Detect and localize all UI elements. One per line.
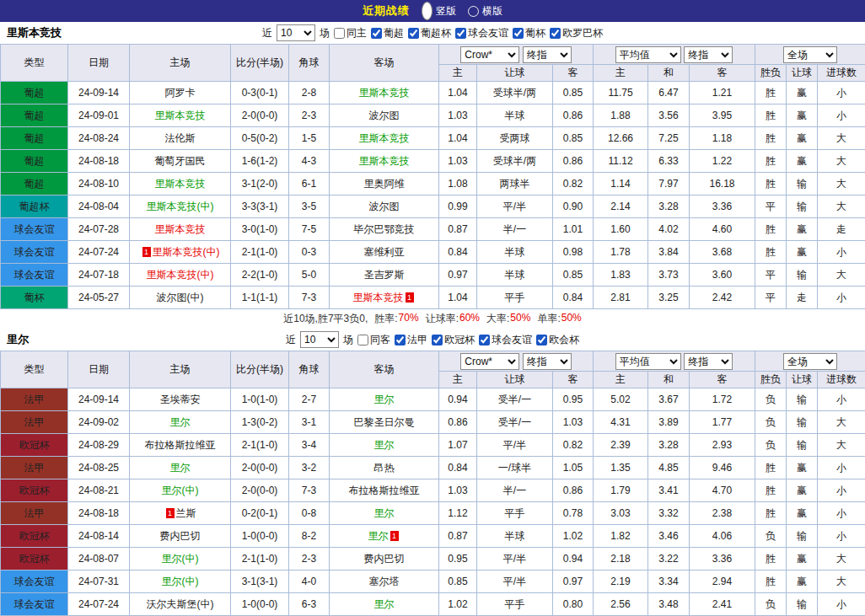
team-name[interactable]: 里尔 bbox=[374, 598, 395, 610]
recent-count-select[interactable]: 10 bbox=[300, 331, 339, 348]
home-team-cell: 里尔 bbox=[130, 457, 231, 479]
league-badge: 葡超 bbox=[1, 104, 68, 127]
filter-same-venue[interactable]: 同主 bbox=[334, 26, 367, 40]
team-name[interactable]: 费内巴切 bbox=[160, 530, 201, 542]
filter-checkbox-league-3[interactable] bbox=[455, 28, 466, 39]
team-name[interactable]: 塞尔塔 bbox=[369, 576, 400, 587]
team-name[interactable]: 里斯本竞技(中) bbox=[147, 269, 214, 281]
euro-draw-odds: 6.47 bbox=[648, 82, 690, 104]
summary-stat: 胜率:70% bbox=[374, 312, 418, 326]
layout-radio-vertical[interactable]: 竖版 bbox=[422, 2, 456, 20]
filter-league-1[interactable]: 法甲 bbox=[395, 333, 427, 347]
scope-select[interactable]: 全场 bbox=[783, 353, 837, 370]
team-name[interactable]: 塞维利亚 bbox=[364, 246, 405, 258]
recent-count-select[interactable]: 10 bbox=[277, 24, 315, 41]
team-name[interactable]: 里尔 bbox=[374, 439, 395, 451]
layout-radio-horizontal[interactable]: 横版 bbox=[468, 4, 502, 19]
euro-draw-odds: 3.48 bbox=[648, 593, 690, 616]
filter-checkbox-league-3[interactable] bbox=[479, 335, 490, 345]
filter-league-5[interactable]: 欧罗巴杯 bbox=[550, 26, 603, 40]
col-header-home: 主场 bbox=[130, 45, 231, 82]
asia-home-odds: 1.04 bbox=[439, 82, 477, 104]
team-name[interactable]: 沃尔夫斯堡(中) bbox=[147, 598, 214, 610]
home-team-cell: 里尔(中) bbox=[130, 479, 231, 502]
filter-league-4[interactable]: 葡杯 bbox=[513, 26, 545, 40]
team-name[interactable]: 布拉格斯拉维亚 bbox=[349, 485, 420, 496]
filter-checkbox-league-2[interactable] bbox=[432, 335, 443, 345]
team-name[interactable]: 里奥阿维 bbox=[364, 178, 405, 190]
team-name[interactable]: 波尔图(中) bbox=[157, 292, 204, 303]
team-name[interactable]: 里斯本竞技 bbox=[359, 155, 410, 167]
asia-home-odds: 1.03 bbox=[439, 104, 477, 127]
match-row: 球会友谊24-07-241里斯本竞技(中)2-1(1-0)0-3塞维利亚0.84… bbox=[1, 241, 865, 264]
team-name[interactable]: 里尔 bbox=[170, 416, 191, 428]
filter-checkbox-same-venue[interactable] bbox=[334, 28, 345, 39]
euro-home-odds: 1.88 bbox=[594, 104, 648, 127]
filter-checkbox-same-venue[interactable] bbox=[357, 335, 368, 345]
match-score: 1-3(0-2) bbox=[231, 411, 289, 434]
team-name[interactable]: 布拉格斯拉维亚 bbox=[145, 439, 216, 451]
bookmaker-select[interactable]: Crow* bbox=[460, 46, 519, 63]
stat-label: 单率: bbox=[537, 312, 560, 326]
filter-league-2[interactable]: 葡超杯 bbox=[408, 26, 451, 40]
team-name[interactable]: 圣吉罗斯 bbox=[364, 269, 405, 281]
filter-checkbox-league-4[interactable] bbox=[513, 28, 524, 39]
team-name[interactable]: 里斯本竞技(中) bbox=[153, 246, 220, 258]
col-header-outcome: 胜负 bbox=[755, 65, 787, 82]
match-score: 1-6(1-2) bbox=[231, 150, 289, 173]
team-name[interactable]: 里斯本竞技 bbox=[155, 178, 206, 190]
corner-score: 3-5 bbox=[289, 196, 330, 218]
filter-checkbox-league-1[interactable] bbox=[395, 335, 406, 345]
filter-checkbox-league-5[interactable] bbox=[550, 28, 561, 39]
euro-avg-select[interactable]: 平均值 bbox=[615, 353, 681, 370]
team-name[interactable]: 波尔图 bbox=[369, 110, 400, 121]
filter-league-4[interactable]: 欧会杯 bbox=[536, 333, 579, 347]
match-date: 24-08-18 bbox=[68, 150, 130, 173]
asia-index-select[interactable]: 终指 bbox=[523, 46, 572, 63]
filter-league-1[interactable]: 葡超 bbox=[371, 26, 404, 40]
euro-draw-odds: 7.97 bbox=[648, 173, 690, 196]
team-name[interactable]: 毕尔巴鄂竞技 bbox=[354, 223, 415, 235]
team-name[interactable]: 法伦斯 bbox=[165, 132, 196, 144]
filter-league-3[interactable]: 球会友谊 bbox=[479, 333, 532, 347]
team-name[interactable]: 费内巴切 bbox=[364, 553, 405, 565]
scope-select[interactable]: 全场 bbox=[783, 46, 837, 63]
team-name[interactable]: 里斯本竞技 bbox=[359, 132, 410, 144]
team-name[interactable]: 阿罗卡 bbox=[165, 87, 196, 99]
team-name[interactable]: 里斯本竞技 bbox=[155, 223, 206, 235]
euro-avg-select[interactable]: 平均值 bbox=[615, 46, 681, 63]
filter-same-venue[interactable]: 同客 bbox=[357, 333, 390, 347]
team-name[interactable]: 波尔图 bbox=[369, 201, 400, 212]
asia-index-select[interactable]: 终指 bbox=[523, 353, 572, 370]
team-name[interactable]: 里尔(中) bbox=[162, 485, 199, 496]
filter-checkbox-league-2[interactable] bbox=[408, 28, 419, 39]
team-name[interactable]: 里斯本竞技 bbox=[359, 87, 410, 99]
filter-league-2[interactable]: 欧冠杯 bbox=[432, 333, 475, 347]
team-name[interactable]: 里斯本竞技(中) bbox=[147, 201, 214, 212]
team-name[interactable]: 里尔 bbox=[374, 507, 395, 519]
team-name[interactable]: 里尔(中) bbox=[162, 553, 199, 565]
filter-checkbox-league-4[interactable] bbox=[536, 335, 547, 345]
team-name[interactable]: 里斯本竞技 bbox=[353, 292, 404, 303]
euro-draw-odds: 7.25 bbox=[648, 127, 690, 150]
team-name[interactable]: 里斯本竞技 bbox=[155, 110, 206, 121]
euro-index-select[interactable]: 终指 bbox=[684, 353, 733, 370]
team-name[interactable]: 圣埃蒂安 bbox=[160, 394, 201, 405]
filter-checkbox-league-1[interactable] bbox=[371, 28, 382, 39]
corner-score: 3-1 bbox=[289, 411, 330, 434]
team-name[interactable]: 里尔 bbox=[374, 394, 395, 405]
euro-home-odds: 2.39 bbox=[594, 434, 648, 457]
team-name[interactable]: 兰斯 bbox=[176, 507, 196, 519]
euro-draw-odds: 3.28 bbox=[648, 434, 690, 457]
team-name[interactable]: 昂热 bbox=[374, 462, 395, 474]
euro-away-odds: 16.18 bbox=[690, 173, 755, 196]
team-name[interactable]: 里尔 bbox=[170, 462, 191, 474]
team-name[interactable]: 里尔(中) bbox=[162, 576, 199, 587]
team-name[interactable]: 巴黎圣日尔曼 bbox=[354, 416, 415, 428]
league-badge: 球会友谊 bbox=[1, 570, 68, 593]
euro-index-select[interactable]: 终指 bbox=[684, 46, 733, 63]
bookmaker-select[interactable]: Crow* bbox=[460, 353, 519, 370]
team-name[interactable]: 里尔 bbox=[368, 530, 389, 542]
team-name[interactable]: 葡萄牙国民 bbox=[155, 155, 206, 167]
filter-league-3[interactable]: 球会友谊 bbox=[455, 26, 508, 40]
